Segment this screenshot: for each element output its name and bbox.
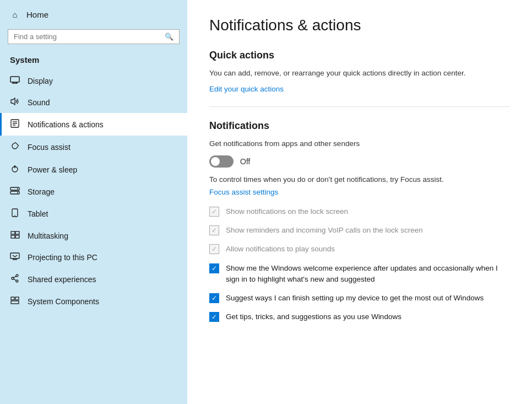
sidebar-item-sound[interactable]: Sound [0, 91, 187, 113]
sidebar-item-multitasking[interactable]: Multitasking [0, 225, 187, 246]
search-input[interactable] [14, 33, 160, 41]
checkbox-setup-label: Suggest ways I can finish setting up my … [226, 293, 484, 304]
sidebar-item-storage[interactable]: Storage [0, 181, 187, 202]
storage-label: Storage [28, 187, 55, 196]
notifications-toggle-row: Off [209, 155, 510, 168]
checkbox-row-setup: ✓ Suggest ways I can finish setting up m… [209, 293, 510, 304]
notifications-toggle-label: Get notifications from apps and other se… [209, 138, 510, 149]
checkbox-check-icon: ✓ [211, 246, 217, 252]
display-icon [10, 76, 20, 85]
svg-point-14 [17, 192, 18, 193]
search-container: 🔍 [8, 29, 180, 44]
system-section-label: System [0, 51, 187, 70]
notifications-icon [10, 119, 20, 130]
notifications-section-title: Notifications [209, 120, 510, 132]
checkbox-row-reminders: ✓ Show reminders and incoming VoIP calls… [209, 225, 510, 236]
sidebar-item-home[interactable]: ⌂ Home [0, 4, 187, 25]
svg-rect-21 [10, 253, 19, 258]
toggle-knob [211, 157, 220, 166]
sidebar-item-focus-assist[interactable]: Focus assist [0, 136, 187, 158]
sidebar-item-tablet[interactable]: Tablet [0, 202, 187, 225]
svg-rect-18 [15, 231, 19, 234]
projecting-label: Projecting to this PC [28, 253, 97, 262]
checkbox-reminders[interactable]: ✓ [209, 225, 219, 235]
svg-line-26 [15, 255, 17, 257]
checkbox-check-icon: ✓ [211, 208, 217, 215]
svg-rect-32 [11, 297, 14, 300]
tablet-label: Tablet [28, 209, 48, 218]
checkbox-row-sounds: ✓ Allow notifications to play sounds [209, 244, 510, 255]
system-components-icon [10, 297, 20, 306]
svg-point-27 [16, 274, 18, 277]
storage-icon [10, 187, 20, 196]
main-content: Notifications & actions Quick actions Yo… [187, 0, 532, 404]
shared-icon [10, 274, 20, 284]
focus-assist-icon [10, 142, 20, 152]
projecting-icon [10, 252, 20, 262]
svg-line-25 [13, 255, 15, 257]
section-divider-1 [209, 106, 510, 107]
focus-assist-settings-link[interactable]: Focus assist settings [209, 188, 278, 196]
edit-quick-actions-link[interactable]: Edit your quick actions [209, 85, 284, 93]
tablet-icon [10, 208, 20, 219]
sidebar-item-system-components[interactable]: System Components [0, 290, 187, 312]
svg-line-30 [14, 276, 16, 278]
search-icon: 🔍 [165, 33, 173, 41]
checkbox-row-tips: ✓ Get tips, tricks, and suggestions as y… [209, 311, 510, 322]
checkbox-check-icon: ✓ [211, 295, 217, 301]
svg-rect-19 [11, 235, 15, 238]
multitasking-label: Multitasking [28, 231, 68, 240]
system-components-label: System Components [28, 297, 99, 306]
home-label: Home [26, 10, 48, 19]
display-label: Display [28, 77, 53, 85]
checkbox-lock-screen[interactable]: ✓ [209, 207, 219, 217]
page-title: Notifications & actions [209, 17, 510, 34]
shared-label: Shared experiences [28, 275, 96, 284]
svg-point-28 [12, 277, 14, 279]
home-icon: ⌂ [10, 10, 20, 19]
sidebar-item-notifications[interactable]: Notifications & actions [0, 113, 187, 136]
svg-rect-20 [15, 235, 19, 238]
checkbox-tips-label: Get tips, tricks, and suggestions as you… [226, 311, 401, 322]
svg-rect-0 [10, 77, 19, 82]
checkbox-check-icon: ✓ [211, 314, 217, 320]
sidebar: ⌂ Home 🔍 System Display Sound Notificati… [0, 0, 187, 404]
svg-line-31 [14, 279, 16, 281]
checkbox-lock-screen-label: Show notifications on the lock screen [226, 206, 348, 217]
multitasking-icon [10, 231, 20, 240]
sound-label: Sound [28, 98, 50, 107]
sidebar-item-display[interactable]: Display [0, 70, 187, 91]
svg-point-29 [16, 280, 18, 282]
checkbox-setup[interactable]: ✓ [209, 293, 219, 303]
focus-assist-description: To control times when you do or don't ge… [209, 174, 510, 185]
svg-rect-33 [15, 297, 19, 300]
toggle-state-label: Off [240, 157, 250, 166]
svg-rect-17 [11, 231, 15, 234]
sidebar-item-projecting[interactable]: Projecting to this PC [0, 246, 187, 268]
sound-icon [10, 98, 20, 107]
sidebar-item-shared[interactable]: Shared experiences [0, 268, 187, 290]
checkbox-sounds-label: Allow notifications to play sounds [226, 244, 335, 255]
checkbox-welcome-label: Show me the Windows welcome experience a… [226, 263, 510, 286]
svg-marker-4 [11, 98, 15, 105]
quick-actions-description: You can add, remove, or rearrange your q… [209, 68, 510, 79]
quick-actions-title: Quick actions [209, 50, 510, 61]
svg-point-13 [17, 188, 18, 190]
checkbox-welcome[interactable]: ✓ [209, 263, 219, 273]
power-icon [10, 164, 20, 175]
checkbox-check-icon: ✓ [211, 265, 217, 272]
checkbox-row-welcome: ✓ Show me the Windows welcome experience… [209, 263, 510, 286]
checkbox-sounds[interactable]: ✓ [209, 244, 219, 254]
power-sleep-label: Power & sleep [28, 165, 77, 174]
focus-assist-label: Focus assist [28, 143, 70, 152]
svg-rect-34 [11, 301, 19, 304]
checkbox-row-lock-screen: ✓ Show notifications on the lock screen [209, 206, 510, 217]
checkbox-reminders-label: Show reminders and incoming VoIP calls o… [226, 225, 423, 236]
checkbox-check-icon: ✓ [211, 227, 217, 234]
checkbox-tips[interactable]: ✓ [209, 312, 219, 322]
notifications-toggle[interactable] [209, 155, 234, 168]
svg-point-16 [14, 215, 15, 216]
notifications-label: Notifications & actions [28, 120, 104, 129]
sidebar-item-power-sleep[interactable]: Power & sleep [0, 158, 187, 181]
